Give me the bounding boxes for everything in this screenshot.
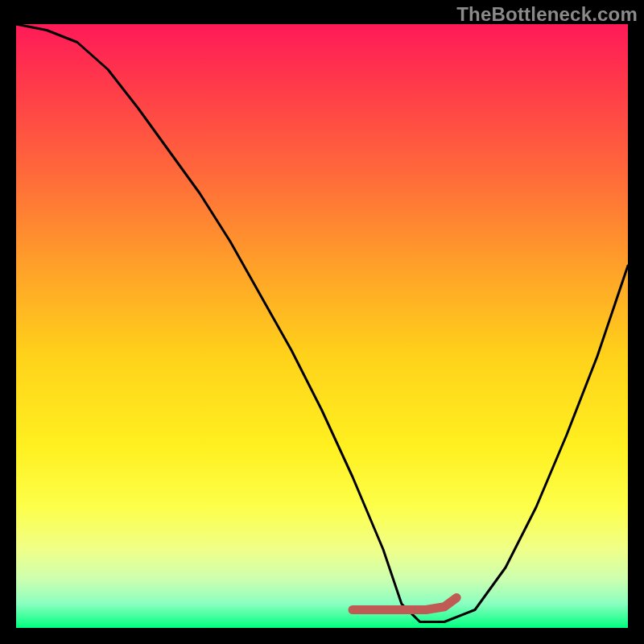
bottleneck-curve-path xyxy=(16,24,628,622)
chart-plot-area xyxy=(16,24,628,628)
watermark-label: TheBottleneck.com xyxy=(456,3,638,26)
chart-svg xyxy=(16,24,628,628)
optimal-segment-path xyxy=(353,598,456,610)
